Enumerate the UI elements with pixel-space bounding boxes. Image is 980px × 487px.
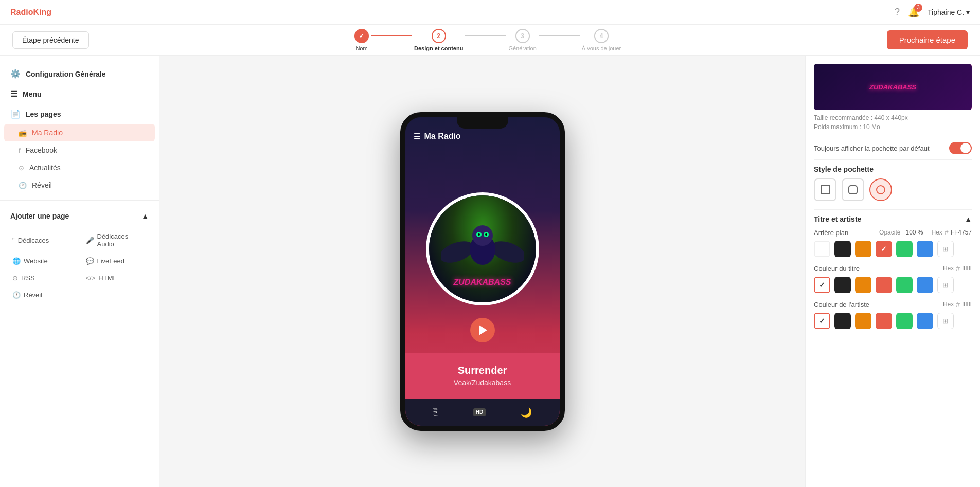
title-hex-value: ffffff	[962, 265, 972, 272]
add-page-label: Dédicaces	[18, 237, 49, 244]
step-label-2: Design et contenu	[414, 45, 463, 51]
mic-icon: 🎤	[86, 237, 94, 244]
rss-icon: ⊙	[19, 164, 24, 172]
always-show-toggle[interactable]	[949, 142, 972, 154]
background-color-section: Arrière plan Opacité 100 % Hex # FF4757	[814, 228, 972, 257]
title-artist-section[interactable]: Titre et artiste ▲	[814, 209, 972, 228]
add-page-dedicaces[interactable]: " Dédicaces	[8, 229, 78, 251]
config-section: ⚙️ Configuration Générale	[0, 64, 159, 84]
page-item-facebook[interactable]: f Facebook	[0, 141, 159, 159]
svg-point-6	[478, 233, 480, 236]
style-square[interactable]	[814, 178, 836, 201]
top-nav-right: ? 🔔 3 Tiphaine C. ▾	[895, 7, 970, 18]
title-color-label: Couleur du titre	[814, 265, 860, 273]
title-color-section: Couleur du titre Hex # ffffff ✓ ⊞	[814, 264, 972, 293]
app-logo: RadioKing	[10, 8, 51, 17]
phone-screen: ☰ Ma Radio	[405, 117, 560, 426]
notification-icon[interactable]: 🔔 3	[908, 7, 919, 18]
title-swatch-blue[interactable]	[917, 277, 933, 293]
bg-swatch-red[interactable]: ✓	[876, 241, 892, 257]
add-page-website[interactable]: 🌐 Website	[8, 254, 78, 268]
artist-swatch-green[interactable]	[896, 313, 913, 329]
phone-album-circle: ZUDAKABASS	[426, 192, 539, 305]
style-circle[interactable]	[869, 178, 892, 201]
add-page-livefeed[interactable]: 💬 LiveFeed	[82, 254, 151, 268]
add-page-label: RSS	[21, 274, 35, 282]
bg-swatch-black[interactable]	[834, 241, 851, 257]
artist-color-more-btn[interactable]: ⊞	[937, 313, 954, 329]
divider	[0, 200, 159, 201]
add-page-reveil[interactable]: 🕐 Réveil	[8, 288, 78, 302]
play-button[interactable]	[470, 318, 495, 342]
clock2-icon: 🕐	[12, 291, 21, 299]
page-item-reveil[interactable]: 🕐 Réveil	[0, 176, 159, 194]
title-swatch-red[interactable]	[876, 277, 892, 293]
artist-swatch-white[interactable]: ✓	[814, 313, 830, 329]
add-page-label: Réveil	[24, 291, 42, 299]
artist-swatch-black[interactable]	[834, 313, 851, 329]
step-2: 2 Design et contenu	[414, 29, 508, 51]
add-page-header[interactable]: Ajouter une page ▲	[0, 207, 159, 225]
artist-swatch-blue[interactable]	[917, 313, 933, 329]
page-label-reveil: Réveil	[32, 181, 52, 189]
title-swatch-black[interactable]	[834, 277, 851, 293]
cover-thumb-text: ZUDAKABASS	[869, 83, 916, 91]
bg-color-more-btn[interactable]: ⊞	[937, 241, 954, 257]
bg-label: Arrière plan	[814, 229, 848, 237]
artist-swatch-red[interactable]	[876, 313, 892, 329]
step-circle-4: 4	[594, 29, 609, 43]
add-page-rss[interactable]: ⊙ RSS	[8, 271, 78, 285]
pages-section: 📄 Les pages	[0, 104, 159, 124]
title-color-more-btn[interactable]: ⊞	[937, 277, 954, 293]
page-item-ma-radio[interactable]: 📻 Ma Radio	[4, 124, 155, 141]
add-page-label: Website	[24, 257, 48, 265]
bg-swatch-orange[interactable]	[855, 241, 871, 257]
header-bar: Étape précédente ✓ Nom 2 Design et conte…	[0, 25, 980, 56]
song-artist: Veak/Zudakabass	[454, 378, 511, 387]
title-color-header: Couleur du titre Hex # ffffff	[814, 264, 972, 273]
pages-title: Les pages	[26, 110, 61, 118]
menu-icon: ☰	[10, 89, 17, 99]
step-line-3-4	[539, 35, 580, 36]
prev-step-button[interactable]: Étape précédente	[12, 31, 89, 49]
share-icon[interactable]: ⎘	[433, 407, 438, 418]
title-swatch-white[interactable]: ✓	[814, 277, 830, 293]
phone-notch	[457, 117, 508, 129]
artist-swatch-orange[interactable]	[855, 313, 871, 329]
page-item-actualites[interactable]: ⊙ Actualités	[0, 159, 159, 176]
add-page-dedicaces-audio[interactable]: 🎤 Dédicaces Audio	[82, 229, 151, 251]
radio-icon: 📻	[19, 129, 27, 137]
add-page-label: LiveFeed	[97, 257, 124, 265]
menu-section[interactable]: ☰ Menu	[0, 84, 159, 104]
bg-swatch-blue[interactable]	[917, 241, 933, 257]
title-hex-label: Hex	[943, 265, 954, 272]
add-page-html[interactable]: </> HTML	[82, 271, 151, 285]
artist-hex-hash: #	[956, 300, 960, 309]
logo-text: RadioKing	[10, 8, 51, 16]
pages-icon: 📄	[10, 109, 21, 119]
opacity-label: Opacité	[879, 229, 900, 236]
step-line-2-3	[465, 35, 506, 36]
bg-swatch-green[interactable]	[896, 241, 913, 257]
hex-row: Hex # FF4757	[932, 228, 972, 237]
help-icon[interactable]: ?	[895, 7, 900, 17]
notification-badge: 3	[914, 4, 922, 12]
album-art-text: ZUDAKABASS	[454, 278, 511, 287]
user-name[interactable]: Tiphaine C. ▾	[928, 8, 970, 16]
bg-swatch-white[interactable]	[814, 241, 830, 257]
title-hex-row: Hex # ffffff	[943, 264, 972, 273]
title-swatch-green[interactable]	[896, 277, 913, 293]
step-3: 3 Génération	[508, 29, 581, 51]
phone-album-area: ZUDAKABASS	[405, 145, 560, 353]
center-content: ☰ Ma Radio	[159, 56, 805, 487]
config-title: Configuration Générale	[26, 70, 106, 78]
style-options	[814, 178, 972, 201]
style-rounded[interactable]	[842, 178, 864, 201]
code-icon: </>	[86, 274, 96, 282]
title-swatch-orange[interactable]	[855, 277, 871, 293]
moon-icon[interactable]: 🌙	[521, 407, 532, 418]
next-step-button[interactable]: Prochaine étape	[887, 30, 968, 49]
cover-size-text: Taille recommandée : 440 x 440px	[814, 114, 972, 121]
svg-rect-8	[821, 186, 829, 194]
cover-weight-text: Poids maximum : 10 Mo	[814, 123, 972, 131]
